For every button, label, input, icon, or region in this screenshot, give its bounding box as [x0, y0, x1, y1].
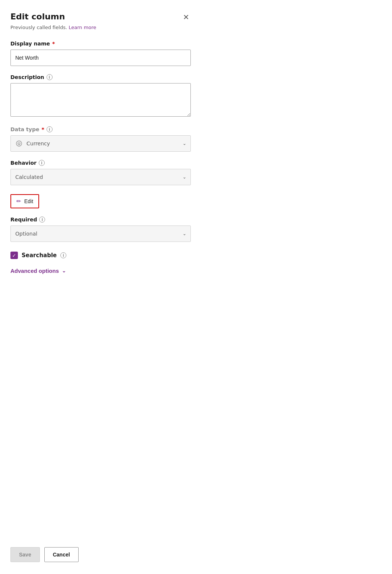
close-icon: ✕ [183, 13, 189, 21]
advanced-options-row: Advanced options ⌄ [10, 267, 191, 274]
required-star: * [52, 41, 55, 47]
data-type-label: Data type * i [10, 126, 191, 132]
pencil-icon: ✏ [16, 198, 21, 205]
behavior-value: Calculated [15, 174, 43, 180]
display-name-label: Display name * [10, 41, 191, 47]
searchable-row: ✓ Searchable i [10, 252, 191, 259]
edit-column-panel: Edit column ✕ Previously called fields. … [0, 0, 201, 574]
searchable-info-icon: i [60, 252, 66, 258]
checkmark-icon: ✓ [12, 253, 16, 258]
advanced-options-label: Advanced options [10, 268, 59, 274]
required-label: Required i [10, 217, 191, 223]
data-type-value: Currency [26, 141, 50, 146]
advanced-options-chevron-icon: ⌄ [62, 268, 66, 274]
close-button[interactable]: ✕ [181, 12, 191, 22]
description-input[interactable] [10, 83, 191, 117]
searchable-label: Searchable [22, 252, 57, 259]
subtitle: Previously called fields. Learn more [10, 25, 191, 30]
required-info-icon: i [39, 217, 45, 223]
required-select[interactable]: Optional [10, 226, 191, 242]
learn-more-link[interactable]: Learn more [69, 25, 96, 30]
required-select-wrapper: Optional ⌄ [10, 226, 191, 242]
display-name-group: Display name * [10, 41, 191, 66]
save-button[interactable]: Save [10, 547, 40, 562]
behavior-select[interactable]: Calculated [10, 169, 191, 185]
cancel-button[interactable]: Cancel [44, 547, 79, 562]
searchable-checkbox[interactable]: ✓ [10, 252, 18, 259]
panel-header: Edit column ✕ [10, 12, 191, 22]
display-name-input[interactable] [10, 50, 191, 66]
panel-title: Edit column [10, 12, 65, 21]
description-label: Description i [10, 74, 191, 80]
advanced-options-button[interactable]: Advanced options ⌄ [10, 268, 66, 274]
svg-text:$: $ [18, 142, 20, 146]
data-type-group: Data type * i $ Currency ⌄ [10, 126, 191, 152]
currency-icon: $ [15, 140, 23, 147]
description-info-icon: i [47, 74, 53, 80]
behavior-group: Behavior i Calculated ⌄ [10, 160, 191, 185]
behavior-select-wrapper: Calculated ⌄ [10, 169, 191, 185]
data-type-info-icon: i [47, 126, 53, 132]
data-type-required-star: * [41, 126, 44, 132]
behavior-info-icon: i [39, 160, 45, 166]
footer-buttons: Save Cancel [10, 547, 79, 562]
data-type-select-wrapper: $ Currency ⌄ [10, 135, 191, 152]
behavior-label: Behavior i [10, 160, 191, 166]
edit-button[interactable]: ✏ Edit [10, 194, 39, 208]
required-group: Required i Optional ⌄ [10, 217, 191, 242]
description-group: Description i [10, 74, 191, 118]
data-type-select[interactable]: $ Currency [10, 135, 191, 152]
required-value: Optional [15, 231, 37, 237]
edit-button-group: ✏ Edit [10, 192, 191, 208]
